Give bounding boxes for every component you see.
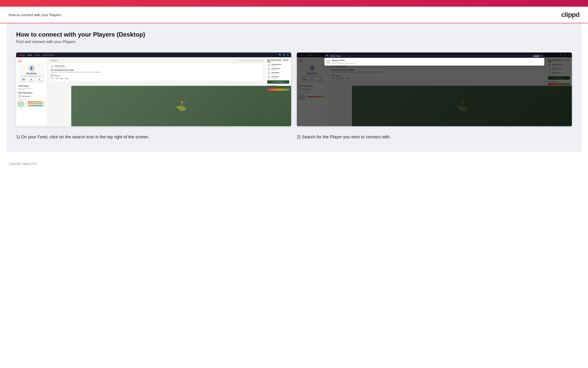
mock-body-1: Feed 👤 Blair McHarg Golf Coach Mill Ride… <box>16 57 291 126</box>
following-val: 4 <box>37 78 42 80</box>
mock-nav-home: Home <box>28 54 32 56</box>
profile-name: Blair McHarg <box>19 73 44 74</box>
mock-logo-1: clippd <box>18 54 25 56</box>
search-dropdown: Marcus Turner 1.5 Handicap Cypress Point… <box>325 58 544 66</box>
mock-center-panel-1: Following ▾ Control who can see your act… <box>47 57 265 126</box>
activity-card: Richard Butler Yesterday · The Grove Pre… <box>49 63 263 81</box>
active-player-sub-1: Activities: 7 <box>272 65 289 66</box>
step-1-caption: 1) On your Feed, click on the search ico… <box>16 134 291 140</box>
activities-stat: 129 Activities <box>21 78 26 82</box>
activity-time: 02 hr : 00 min <box>51 75 262 77</box>
settings-icon[interactable]: ⚙ <box>287 54 289 56</box>
result-name: Marcus Turner <box>332 59 355 61</box>
result-club: Cypress Point Club, United Kingdom <box>332 63 355 64</box>
feed-tab[interactable]: Feed <box>18 59 22 62</box>
tag-app: APP <box>55 77 59 79</box>
activity-user-avatar <box>51 65 54 68</box>
mock-left-panel-1: Feed 👤 Blair McHarg Golf Coach Mill Ride… <box>16 57 47 126</box>
followers-lbl: Followers <box>29 80 34 82</box>
search-icon[interactable]: 🔍 <box>279 54 281 56</box>
player-avatar <box>18 95 21 98</box>
search-result-item[interactable]: Marcus Turner 1.5 Handicap Cypress Point… <box>326 59 543 64</box>
mock-nav-teams: Teams <box>35 54 40 56</box>
profile-stats: 129 Activities 3 Followers 4 Following <box>19 78 44 82</box>
latest-activity-date: 27 Jul 2022 <box>18 89 45 91</box>
player-performance-row: Eli Vincent ▾ <box>18 95 45 98</box>
main-content: How to connect with your Players (Deskto… <box>7 23 581 152</box>
activities-lbl: Activities <box>21 80 26 82</box>
profile-card: 👤 Blair McHarg Golf Coach Mill Ride Golf… <box>18 64 45 83</box>
active-player-avatar-1 <box>267 64 271 67</box>
active-player-sub-4: Activities: 1 <box>272 77 289 79</box>
following-row: Following ▾ Control who can see your act… <box>49 59 263 62</box>
control-text: Control who can see your activity and da… <box>238 60 263 61</box>
following-stat: 4 Following <box>37 78 42 82</box>
search-input-overlay[interactable]: Marcus Turner <box>330 55 532 57</box>
active-player-3: Hiral Pujara Activities: 3 <box>267 72 289 75</box>
header: How to connect with your Players clippd <box>0 7 588 23</box>
hero-subtitle: Find and connect with your Players <box>16 40 572 44</box>
player-name: Eli Vincent <box>22 96 30 97</box>
active-players-title: Most Active Players - Last 30 days <box>267 59 289 63</box>
search-close-btn[interactable]: × <box>541 55 542 57</box>
top-bar <box>0 0 588 7</box>
step-2-caption: 2) Search for the Player you wish to con… <box>297 134 572 140</box>
active-player-sub-2: Activities: 4 <box>272 69 289 71</box>
following-lbl: Following <box>37 80 42 82</box>
screenshots-row: clippd Home Teams My Performance 🔍 👤 ⚙ F… <box>16 53 572 126</box>
active-player-avatar-3 <box>267 72 271 75</box>
active-player-info-2: Piers Parnell Activities: 4 <box>272 68 289 71</box>
active-player-sub-3: Activities: 3 <box>272 73 289 75</box>
steps-row: 1) On your Feed, click on the search ico… <box>16 134 572 140</box>
latest-activity-label: Latest Activity <box>18 85 45 87</box>
hero-title: How to connect with your Players (Deskto… <box>16 31 572 38</box>
result-avatar <box>326 59 331 64</box>
quality-score: 84 <box>18 101 24 107</box>
active-player-avatar-4 <box>267 76 271 79</box>
search-clear-btn[interactable]: CLEAR <box>533 55 540 57</box>
total-quality-label: Total Player Quality <box>18 99 45 100</box>
activity-desc: Walking the course with my coach to buil… <box>51 71 262 73</box>
activity-title: Pre Tournament Course Walk <box>51 69 262 71</box>
active-player-info-1: Richard Butler Activities: 7 <box>272 64 289 66</box>
profile-club: Mill Ride Golf Club, United Kingdom <box>19 76 44 77</box>
tag-ott: OTT <box>51 77 54 79</box>
search-icon-overlay: 🔍 <box>326 55 329 57</box>
active-player-info-3: Hiral Pujara Activities: 3 <box>272 72 289 75</box>
golfer-image: ⛳ <box>71 86 265 127</box>
mock-app-1: clippd Home Teams My Performance 🔍 👤 ⚙ F… <box>16 53 291 126</box>
chevron-down-icon[interactable]: ▾ <box>31 95 32 97</box>
active-player-2: Piers Parnell Activities: 4 <box>267 67 289 71</box>
active-player-info-4: Eli Vincent Activities: 1 <box>272 76 289 79</box>
team-dashboard-btn[interactable]: Team Dashboard <box>267 80 289 84</box>
tag-arg: ARG <box>60 77 64 79</box>
logo: clippd <box>562 11 579 18</box>
heatmap-bar <box>267 89 289 91</box>
mock-nav-performance: My Performance <box>43 54 55 56</box>
footer: Copyright Clippd 2022 <box>0 158 588 169</box>
screenshot-1: clippd Home Teams My Performance 🔍 👤 ⚙ F… <box>16 53 291 126</box>
followers-stat: 3 Followers <box>29 78 34 82</box>
following-btn[interactable]: Following ▾ <box>49 59 58 62</box>
screenshot-2: clippd Home Teams My Performance 🔍 👤 ⚙ F… <box>297 53 572 126</box>
mock-nav-1: clippd Home Teams My Performance 🔍 👤 ⚙ <box>16 53 291 57</box>
active-player-1: Richard Butler Activities: 7 <box>267 64 289 67</box>
activity-tags: OTT APP ARG PUTT <box>51 77 262 79</box>
activities-val: 129 <box>21 78 26 80</box>
avatar: 👤 <box>28 65 35 72</box>
golfer-silhouette: ⛳ <box>71 86 265 127</box>
user-icon[interactable]: 👤 <box>283 54 285 56</box>
result-info: Marcus Turner 1.5 Handicap Cypress Point… <box>332 59 355 64</box>
followers-val: 3 <box>29 78 34 80</box>
player-performance-label: Player Performance <box>18 92 45 94</box>
mock-nav-icons: 🔍 👤 ⚙ <box>279 54 289 56</box>
active-player-4: Eli Vincent Activities: 1 <box>267 76 289 79</box>
activity-subtitle: Yesterday · The Grove <box>55 66 67 68</box>
copyright-text: Copyright Clippd 2022 <box>9 162 37 166</box>
tag-putt: PUTT <box>64 77 69 79</box>
active-player-avatar-2 <box>267 67 271 71</box>
page-title: How to connect with your Players <box>9 13 61 17</box>
